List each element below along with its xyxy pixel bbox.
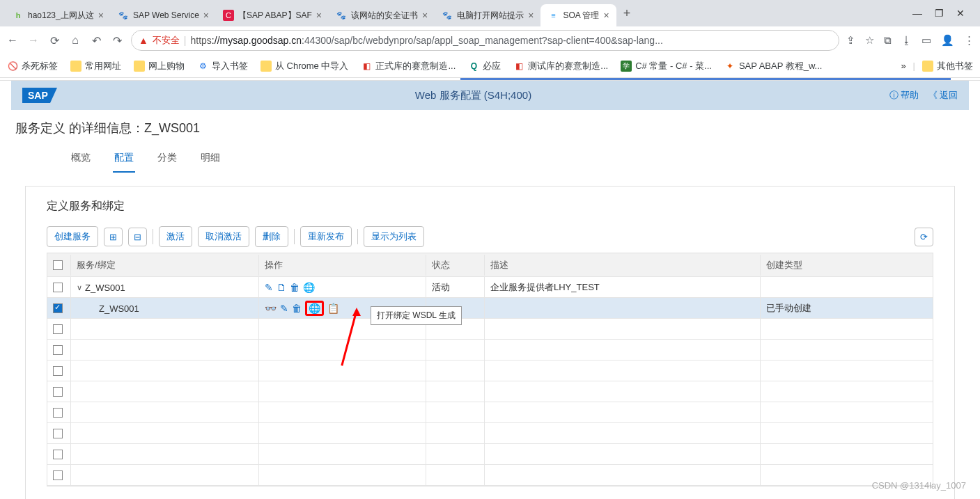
star-icon[interactable]: ☆	[865, 34, 874, 47]
app-icon: ◧	[361, 61, 372, 72]
close-icon[interactable]: ×	[603, 10, 609, 21]
table-row	[47, 361, 933, 381]
tab-classification[interactable]: 分类	[156, 148, 178, 173]
panel-icon[interactable]: ▭	[921, 34, 931, 47]
close-icon[interactable]: ×	[203, 10, 209, 21]
insecure-label: 不安全	[153, 34, 180, 47]
trash-icon[interactable]: 🗑	[290, 282, 300, 293]
bookmark-common-sites[interactable]: 常用网址	[70, 60, 121, 72]
table-row[interactable]: ∨Z_WS001 ✎ 🗋 🗑 🌐 活动 企业服务提供者LHY_TEST	[47, 277, 933, 298]
minimize-icon[interactable]: ―	[912, 8, 922, 19]
col-operations: 操作	[259, 255, 426, 276]
wsdl-generate-icon[interactable]: 🌐	[305, 301, 324, 316]
more-bookmarks-icon[interactable]: »	[901, 61, 905, 71]
created-cell	[761, 277, 900, 298]
favicon-soa: ≡	[547, 10, 559, 21]
trash-icon[interactable]: 🗑	[292, 303, 302, 314]
document-icon[interactable]: 🗋	[277, 282, 286, 293]
maximize-icon[interactable]: ❐	[935, 8, 944, 19]
menu-icon[interactable]: ⋮	[964, 34, 974, 47]
collapse-all-button[interactable]: ⊟	[128, 228, 147, 246]
table-row	[47, 381, 933, 402]
close-icon[interactable]: ×	[422, 10, 428, 21]
bookmark-import[interactable]: ⚙导入书签	[197, 60, 248, 72]
delete-button[interactable]: 删除	[255, 226, 288, 247]
app-icon: ◧	[513, 61, 524, 72]
bookmark-shopping[interactable]: 网上购物	[134, 60, 185, 72]
redo-icon[interactable]: ↷	[110, 34, 124, 47]
row-checkbox[interactable]	[53, 450, 63, 459]
close-window-icon[interactable]: ✕	[956, 8, 965, 19]
tab-soa-mgmt[interactable]: ≡SOA 管理×	[540, 4, 616, 26]
share-icon[interactable]: ⇪	[846, 34, 855, 47]
row-checkbox[interactable]	[53, 408, 63, 418]
show-as-list-button[interactable]: 显示为列表	[364, 226, 424, 247]
tab-sap-abap[interactable]: C【SAP ABAP】SAF×	[216, 4, 329, 26]
back-link[interactable]: 《返回	[928, 89, 958, 102]
bookmark-sap-tutorial[interactable]: ✦SAP ABAP 教程_w...	[724, 60, 822, 72]
reload-icon[interactable]: ⟳	[47, 34, 61, 47]
bookmark-bing[interactable]: Q必应	[468, 60, 501, 72]
edit-icon[interactable]: ✎	[265, 282, 273, 293]
row-checkbox[interactable]	[53, 366, 63, 376]
favicon-paw: 🐾	[118, 10, 129, 21]
tab-hao123[interactable]: hhao123_上网从这×	[6, 4, 111, 26]
copy-icon[interactable]: 📋	[327, 303, 339, 314]
home-icon[interactable]: ⌂	[68, 34, 82, 47]
collapse-icon[interactable]: ∨	[77, 283, 82, 292]
star-icon: ✦	[724, 61, 736, 72]
deactivate-button[interactable]: 取消激活	[198, 226, 249, 247]
create-service-button[interactable]: 创建服务	[47, 226, 98, 247]
sync-icon[interactable]: ⧉	[884, 34, 892, 47]
select-all-checkbox[interactable]	[53, 260, 63, 270]
tab-title: SAP Web Service	[133, 10, 199, 20]
no-entry-icon: 🚫	[7, 61, 18, 72]
address-bar[interactable]: ▲ 不安全 | https://mysap.goodsap.cn:44300/s…	[131, 30, 839, 51]
favicon-paw: 🐾	[336, 10, 347, 21]
header-title: Web 服务配置 (S4H;400)	[57, 89, 889, 102]
activate-button[interactable]: 激活	[159, 226, 192, 247]
help-link[interactable]: ⓘ帮助	[889, 89, 919, 102]
created-cell: 已手动创建	[761, 298, 900, 319]
republish-button[interactable]: 重新发布	[300, 226, 352, 247]
tab-config[interactable]: 配置	[113, 148, 135, 173]
tab-site-open[interactable]: 🐾电脑打开网站提示×	[435, 4, 540, 26]
download-icon[interactable]: ⭳	[901, 34, 912, 47]
new-tab-button[interactable]: +	[616, 6, 638, 21]
bing-icon: Q	[468, 61, 479, 72]
close-icon[interactable]: ×	[528, 10, 534, 21]
view-icon[interactable]: 👓	[265, 303, 277, 314]
row-checkbox[interactable]	[53, 283, 63, 292]
edit-icon[interactable]: ✎	[280, 303, 288, 314]
tab-title: 电脑打开网站提示	[457, 10, 524, 22]
bookmark-prod[interactable]: ◧正式库的赛意制造...	[361, 60, 456, 72]
close-icon[interactable]: ×	[316, 10, 322, 21]
nav-back-icon[interactable]: ←	[6, 34, 20, 47]
row-checkbox[interactable]	[53, 324, 63, 334]
wsdl-icon[interactable]: 🌐	[303, 282, 315, 293]
bookmark-test[interactable]: ◧测试库的赛意制造...	[513, 60, 608, 72]
table-row[interactable]: Z_WS001 👓 ✎ 🗑 🌐 📋 已手动创建	[47, 298, 933, 319]
col-description: 描述	[485, 255, 761, 276]
bookmark-kill-tabs[interactable]: 🚫杀死标签	[7, 60, 58, 72]
row-checkbox[interactable]	[53, 345, 63, 355]
bookmark-chrome-import[interactable]: 从 Chrome 中导入	[260, 60, 348, 72]
tab-details[interactable]: 明细	[199, 148, 221, 173]
table-row	[47, 465, 933, 486]
row-checkbox[interactable]	[53, 429, 63, 438]
xue-icon: 学	[621, 61, 632, 72]
refresh-button[interactable]: ⟳	[915, 228, 933, 246]
bookmark-csharp[interactable]: 学C# 常量 - C# - 菜...	[621, 60, 712, 72]
row-checkbox[interactable]	[53, 303, 63, 313]
tab-title: 该网站的安全证书	[351, 10, 418, 22]
undo-icon[interactable]: ↶	[89, 34, 103, 47]
tab-overview[interactable]: 概览	[70, 148, 92, 173]
close-icon[interactable]: ×	[98, 10, 104, 21]
other-bookmarks[interactable]: 其他书签	[922, 60, 973, 72]
table-row	[47, 402, 933, 423]
profile-icon[interactable]: 👤	[941, 34, 954, 47]
row-checkbox[interactable]	[53, 470, 63, 480]
tab-sap-web-service[interactable]: 🐾SAP Web Service×	[111, 4, 216, 26]
tab-cert-warning[interactable]: 🐾该网站的安全证书×	[329, 4, 435, 26]
expand-all-button[interactable]: ⊞	[104, 228, 123, 246]
